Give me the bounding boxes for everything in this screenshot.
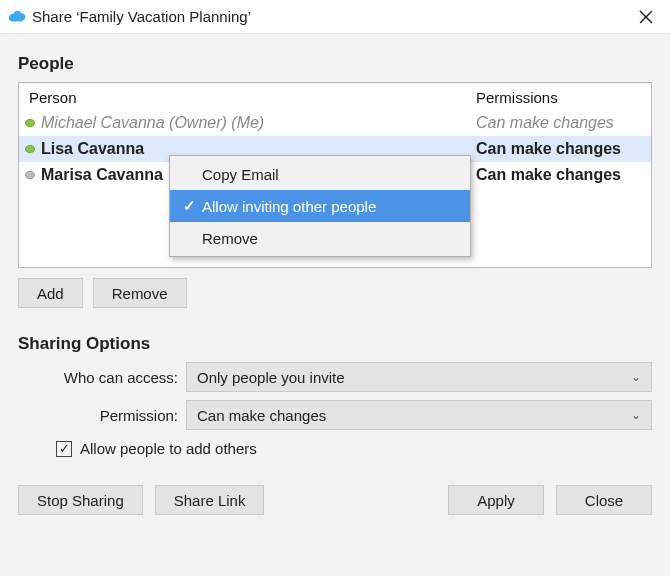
people-heading: People [18,54,652,74]
chevron-down-icon: ⌄ [631,370,641,384]
col-person: Person [29,89,476,106]
close-icon [639,10,653,24]
allow-people-add-label: Allow people to add others [80,440,257,457]
status-dot-icon [25,145,35,153]
add-button[interactable]: Add [18,278,83,308]
person-name: Michael Cavanna (Owner) (Me) [41,112,476,134]
check-icon: ✓ [178,197,200,215]
table-row[interactable]: Michael Cavanna (Owner) (Me) Can make ch… [19,110,651,136]
menu-item-copy-email[interactable]: Copy Email [170,158,470,190]
cloud-icon [8,8,26,26]
select-value: Only people you invite [197,369,345,386]
permission-row: Permission: Can make changes ⌄ [18,400,652,430]
menu-item-remove[interactable]: Remove [170,222,470,254]
people-buttons: Add Remove [18,278,652,308]
permission-label: Permission: [18,407,186,424]
col-permissions: Permissions [476,89,641,106]
menu-item-allow-inviting[interactable]: ✓ Allow inviting other people [170,190,470,222]
allow-people-add-row[interactable]: ✓ Allow people to add others [56,440,652,457]
permission-select[interactable]: Can make changes ⌄ [186,400,652,430]
who-can-access-row: Who can access: Only people you invite ⌄ [18,362,652,392]
menu-item-label: Allow inviting other people [200,198,458,215]
stop-sharing-button[interactable]: Stop Sharing [18,485,143,515]
window-title: Share ‘Family Vacation Planning’ [32,8,632,25]
menu-item-label: Copy Email [200,166,458,183]
who-can-access-select[interactable]: Only people you invite ⌄ [186,362,652,392]
context-menu: Copy Email ✓ Allow inviting other people… [169,155,471,257]
people-header: Person Permissions [19,83,651,110]
status-dot-icon [25,119,35,127]
close-button[interactable] [632,3,660,31]
check-icon: ✓ [59,442,70,455]
remove-button[interactable]: Remove [93,278,187,308]
status-dot-icon [25,171,35,179]
sharing-options-heading: Sharing Options [18,334,652,354]
person-permission: Can make changes [476,112,641,134]
person-permission: Can make changes [476,164,641,186]
menu-item-label: Remove [200,230,458,247]
allow-people-add-checkbox[interactable]: ✓ [56,441,72,457]
chevron-down-icon: ⌄ [631,408,641,422]
who-can-access-label: Who can access: [18,369,186,386]
person-permission: Can make changes [476,138,641,160]
titlebar: Share ‘Family Vacation Planning’ [0,0,670,34]
close-button-footer[interactable]: Close [556,485,652,515]
select-value: Can make changes [197,407,326,424]
people-table: Person Permissions Michael Cavanna (Owne… [18,82,652,268]
apply-button[interactable]: Apply [448,485,544,515]
share-link-button[interactable]: Share Link [155,485,265,515]
dialog-footer: Stop Sharing Share Link Apply Close [18,485,652,515]
